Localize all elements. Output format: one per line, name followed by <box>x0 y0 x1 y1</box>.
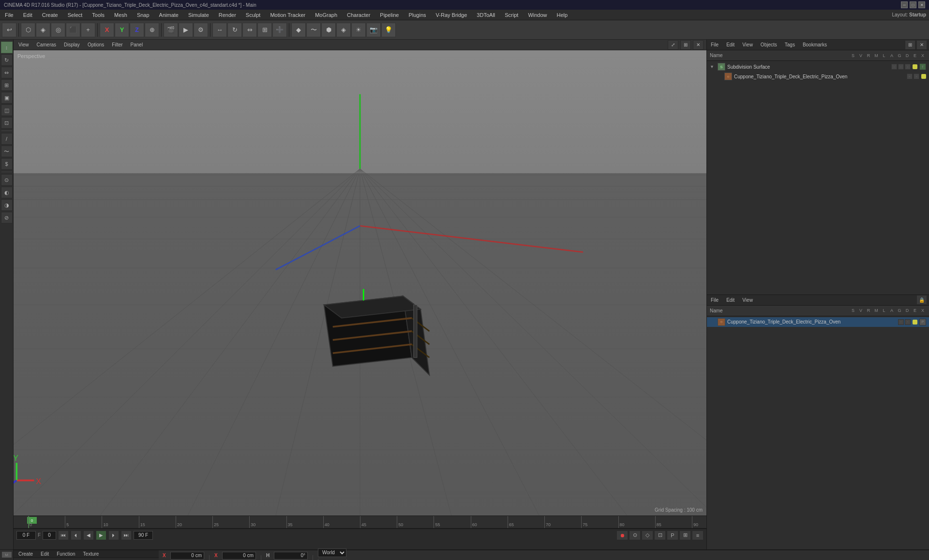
obj-vis2-v[interactable]: · <box>914 74 919 79</box>
p-button[interactable]: P <box>667 531 678 540</box>
mat-menu-function[interactable]: Function <box>55 550 77 558</box>
render-view-button[interactable]: 🎬 <box>164 23 178 37</box>
transform-tool-button[interactable]: ⊞ <box>257 23 272 37</box>
paint-mode-button[interactable]: ◎ <box>51 23 65 37</box>
render-button[interactable]: ▶ <box>179 23 193 37</box>
viewport-maximize-button[interactable]: ⤢ <box>668 40 678 50</box>
scene-row-pizza-oven[interactable]: ○ Cuppone_Tiziano_Triple_Deck_Electric_P… <box>707 317 929 327</box>
obj-row-pizza-oven[interactable]: ○ Cuppone_Tiziano_Triple_Deck_Electric_P… <box>707 72 929 81</box>
sidebar-magnet[interactable]: ⊙ <box>1 174 13 186</box>
mat-menu-texture[interactable]: Texture <box>81 550 101 558</box>
viewport-menu-panel[interactable]: Panel <box>129 41 145 48</box>
sidebar-spline-tool[interactable]: 〜 <box>1 146 13 157</box>
timeline-ruler[interactable]: 0 051015202530354045505560657075808590 <box>14 516 706 529</box>
powerslider-button[interactable]: ⊡ <box>654 531 666 540</box>
menu-sculpt[interactable]: Sculpt <box>244 11 263 19</box>
menu-simulate[interactable]: Simulate <box>186 11 211 19</box>
keyframe-button[interactable]: ◇ <box>642 531 653 540</box>
play-button[interactable]: ▶ <box>96 531 106 540</box>
om-menu-objects[interactable]: Objects <box>759 41 779 48</box>
obj-vis-r[interactable]: · <box>905 64 911 70</box>
menu-mograph[interactable]: MoGraph <box>313 11 339 19</box>
menu-motiontracker[interactable]: Motion Tracker <box>268 11 307 19</box>
menu-create[interactable]: Create <box>40 11 60 19</box>
scene-icon-phong[interactable]: P <box>919 319 926 325</box>
sidebar-select1[interactable]: ▣ <box>1 92 13 103</box>
menu-select[interactable]: Select <box>66 11 85 19</box>
title-bar-controls[interactable]: ─ □ ✕ <box>901 1 925 8</box>
viewport-menu-view[interactable]: View <box>16 41 31 48</box>
scene-vis-render[interactable]: · <box>905 319 911 325</box>
viewport-menu-cameras[interactable]: Cameras <box>35 41 59 48</box>
fps-input[interactable] <box>43 531 56 540</box>
skip-start-button[interactable]: ⏮ <box>58 531 69 540</box>
om-menu-file[interactable]: File <box>709 41 720 48</box>
menu-file[interactable]: File <box>3 11 15 19</box>
generator-button[interactable]: ⬢ <box>321 23 336 37</box>
scale-tool-button[interactable]: ⇔ <box>242 23 257 37</box>
sidebar-rotate-tool[interactable]: ↻ <box>1 54 13 66</box>
end-frame-input[interactable] <box>134 531 153 540</box>
maximize-button[interactable]: □ <box>910 1 916 8</box>
environment-button[interactable]: ☀ <box>351 23 366 37</box>
x-axis-button[interactable]: X <box>100 23 114 37</box>
am-menu-edit[interactable]: Edit <box>724 296 736 304</box>
autokey-button[interactable]: ⊙ <box>629 531 641 540</box>
menu-vraybridge[interactable]: V-Ray Bridge <box>434 11 469 19</box>
texture-mode-button[interactable]: ◈ <box>36 23 50 37</box>
close-button[interactable]: ✕ <box>918 1 925 8</box>
model-mode-button[interactable]: ⬡ <box>21 23 35 37</box>
timeline-list-button[interactable]: ≡ <box>692 531 704 540</box>
y-axis-button[interactable]: Y <box>115 23 129 37</box>
obj-row-subdivision[interactable]: ▼ S Subdivision Surface · · · T <box>707 62 929 72</box>
om-menu-tags[interactable]: Tags <box>783 41 797 48</box>
om-menu-edit[interactable]: Edit <box>724 41 736 48</box>
am-menu-file[interactable]: File <box>709 296 720 304</box>
play-reverse-button[interactable]: ◀ <box>83 531 94 540</box>
om-menu-view[interactable]: View <box>740 41 755 48</box>
menu-tools[interactable]: Tools <box>90 11 106 19</box>
sidebar-move-tool[interactable]: ↕ <box>1 42 13 53</box>
om-menu-bookmarks[interactable]: Bookmarks <box>801 41 829 48</box>
record-button[interactable]: ⏺ <box>616 531 628 540</box>
menu-plugins[interactable]: Plugins <box>406 11 428 19</box>
sidebar-select2[interactable]: ◫ <box>1 104 13 116</box>
obj-vis2-s[interactable]: · <box>907 74 913 79</box>
move-tool-button[interactable]: ↔ <box>212 23 227 37</box>
skip-end-button[interactable]: ⏭ <box>121 531 132 540</box>
obj-tag-1[interactable]: T <box>919 63 926 70</box>
sidebar-brush[interactable]: ◐ <box>1 187 13 198</box>
viewport-menu-options[interactable]: Options <box>86 41 106 48</box>
menu-edit[interactable]: Edit <box>21 11 34 19</box>
menu-character[interactable]: Character <box>345 11 372 19</box>
mat-menu-edit[interactable]: Edit <box>39 550 51 558</box>
z-axis-button[interactable]: Z <box>130 23 144 37</box>
menu-script[interactable]: Script <box>503 11 520 19</box>
schematic-button[interactable]: ⊞ <box>679 531 691 540</box>
viewport[interactable]: X Y Z Perspective Grid Spacing : 100 cm <box>14 50 706 516</box>
light-button[interactable]: 💡 <box>381 23 396 37</box>
am-menu-view[interactable]: View <box>740 296 755 304</box>
sx-input[interactable] <box>222 552 256 560</box>
undo-button[interactable]: ↩ <box>2 23 16 37</box>
spline-button[interactable]: 〜 <box>306 23 321 37</box>
menu-animate[interactable]: Animate <box>157 11 180 19</box>
select-tool-button[interactable]: ➕ <box>272 23 287 37</box>
am-lock-icon[interactable]: 🔒 <box>916 295 927 305</box>
x-pos-input[interactable] <box>170 552 204 560</box>
obj-vis-s[interactable]: · <box>891 64 897 70</box>
viewport-menu-filter[interactable]: Filter <box>110 41 124 48</box>
camera-button[interactable]: 📷 <box>366 23 381 37</box>
primitive-button[interactable]: ◆ <box>291 23 306 37</box>
viewport-close-button[interactable]: ✕ <box>693 40 704 50</box>
rotate-tool-button[interactable]: ↻ <box>227 23 242 37</box>
viewport-settings-button[interactable]: ⊞ <box>680 40 691 50</box>
menu-window[interactable]: Window <box>526 11 549 19</box>
menu-snap[interactable]: Snap <box>135 11 151 19</box>
obj-vis-v[interactable]: · <box>898 64 904 70</box>
menu-render[interactable]: Render <box>217 11 238 19</box>
deformer-button[interactable]: ◈ <box>336 23 351 37</box>
scene-vis-eye[interactable]: · <box>898 319 904 325</box>
prev-frame-button[interactable]: ⏴ <box>71 531 81 540</box>
sidebar-edge-tool[interactable]: $ <box>1 158 13 170</box>
